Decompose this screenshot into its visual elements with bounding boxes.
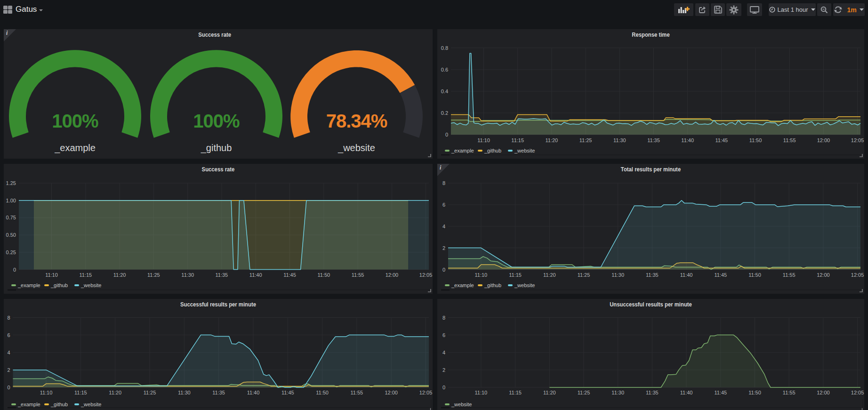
svg-text:_website: _website	[514, 148, 535, 153]
svg-text:4: 4	[442, 350, 445, 355]
svg-text:1.25: 1.25	[6, 180, 16, 186]
svg-text:11:15: 11:15	[511, 137, 524, 143]
svg-text:11:40: 11:40	[249, 272, 262, 278]
svg-text:11:25: 11:25	[144, 390, 156, 395]
svg-text:8: 8	[7, 315, 10, 321]
svg-text:11:55: 11:55	[351, 390, 363, 395]
svg-text:11:20: 11:20	[543, 272, 556, 278]
svg-text:11:10: 11:10	[40, 390, 53, 395]
svg-text:11:25: 11:25	[578, 390, 590, 395]
svg-text:6: 6	[442, 332, 445, 338]
svg-text:6: 6	[7, 332, 10, 338]
svg-text:78.34%: 78.34%	[326, 111, 387, 131]
svg-text:12:05: 12:05	[419, 272, 433, 278]
svg-text:4: 4	[442, 224, 445, 229]
svg-text:11:15: 11:15	[509, 272, 522, 278]
svg-text:11:35: 11:35	[216, 272, 228, 278]
svg-text:11:55: 11:55	[783, 390, 796, 395]
svg-text:11:55: 11:55	[783, 137, 796, 143]
svg-text:0: 0	[445, 132, 448, 137]
svg-text:11:50: 11:50	[748, 390, 761, 395]
svg-text:100%: 100%	[52, 111, 98, 131]
svg-text:12:00: 12:00	[385, 390, 398, 395]
svg-text:11:10: 11:10	[45, 272, 58, 278]
svg-text:11:10: 11:10	[475, 390, 488, 395]
svg-text:11:45: 11:45	[714, 390, 727, 395]
svg-text:11:25: 11:25	[147, 272, 160, 278]
svg-text:11:30: 11:30	[178, 390, 191, 395]
svg-text:0.25: 0.25	[6, 249, 16, 255]
svg-text:8: 8	[442, 180, 445, 186]
svg-text:0.4: 0.4	[441, 88, 448, 94]
svg-text:12:05: 12:05	[851, 390, 864, 395]
svg-text:12:05: 12:05	[851, 272, 864, 278]
svg-text:_example: _example	[451, 148, 474, 153]
svg-text:_website: _website	[80, 282, 101, 288]
svg-text:11:40: 11:40	[681, 137, 694, 143]
svg-text:11:25: 11:25	[579, 137, 592, 143]
svg-text:_github: _github	[50, 402, 68, 407]
svg-text:2: 2	[7, 367, 10, 373]
svg-text:11:25: 11:25	[578, 272, 590, 278]
svg-text:11:30: 11:30	[611, 390, 624, 395]
svg-text:_website: _website	[514, 282, 535, 288]
svg-text:0.6: 0.6	[441, 67, 448, 72]
svg-text:11:35: 11:35	[646, 272, 659, 278]
svg-text:_example: _example	[54, 143, 96, 153]
svg-text:0.8: 0.8	[441, 45, 448, 51]
svg-text:2: 2	[442, 245, 445, 251]
svg-text:11:45: 11:45	[283, 272, 296, 278]
svg-text:_github: _github	[201, 143, 232, 153]
svg-text:11:40: 11:40	[680, 390, 693, 395]
svg-text:0.2: 0.2	[441, 110, 448, 116]
svg-text:11:30: 11:30	[613, 137, 626, 143]
svg-text:11:55: 11:55	[352, 272, 364, 278]
svg-text:4: 4	[7, 350, 10, 355]
svg-text:12:00: 12:00	[817, 137, 830, 143]
svg-text:_website: _website	[451, 402, 472, 407]
svg-text:11:20: 11:20	[109, 390, 121, 395]
svg-text:11:20: 11:20	[543, 390, 556, 395]
svg-text:11:45: 11:45	[715, 137, 728, 143]
svg-text:11:35: 11:35	[646, 390, 659, 395]
svg-text:12:05: 12:05	[851, 137, 864, 143]
svg-text:11:50: 11:50	[748, 272, 761, 278]
svg-text:_github: _github	[484, 148, 501, 153]
svg-text:11:15: 11:15	[509, 390, 522, 395]
svg-text:_github: _github	[484, 282, 501, 288]
svg-text:12:05: 12:05	[419, 390, 433, 395]
svg-text:_example: _example	[17, 402, 40, 407]
svg-text:100%: 100%	[193, 111, 240, 131]
svg-text:_website: _website	[80, 402, 101, 407]
svg-text:0: 0	[442, 385, 445, 390]
svg-text:11:20: 11:20	[113, 272, 126, 278]
svg-text:12:00: 12:00	[817, 390, 830, 395]
svg-text:11:45: 11:45	[281, 390, 294, 395]
svg-text:0: 0	[13, 267, 16, 273]
svg-text:2: 2	[442, 367, 445, 373]
svg-text:11:50: 11:50	[316, 390, 329, 395]
svg-text:11:35: 11:35	[647, 137, 660, 143]
svg-text:8: 8	[442, 315, 445, 321]
svg-text:11:40: 11:40	[247, 390, 260, 395]
svg-text:11:20: 11:20	[546, 137, 558, 143]
svg-text:1.00: 1.00	[6, 198, 16, 203]
svg-text:_example: _example	[17, 282, 40, 288]
svg-text:6: 6	[442, 202, 445, 208]
svg-text:0.75: 0.75	[6, 215, 16, 220]
svg-text:_github: _github	[50, 282, 68, 288]
svg-text:0: 0	[442, 267, 445, 273]
svg-text:12:00: 12:00	[817, 272, 830, 278]
svg-text:_website: _website	[338, 143, 375, 153]
svg-text:12:00: 12:00	[386, 272, 399, 278]
svg-text:11:15: 11:15	[74, 390, 87, 395]
svg-text:0: 0	[7, 385, 10, 390]
svg-text:11:50: 11:50	[749, 137, 762, 143]
svg-text:11:10: 11:10	[475, 272, 488, 278]
svg-text:11:35: 11:35	[212, 390, 225, 395]
svg-text:11:10: 11:10	[477, 137, 490, 143]
svg-text:11:55: 11:55	[783, 272, 796, 278]
svg-text:_example: _example	[451, 282, 474, 288]
svg-text:11:40: 11:40	[680, 272, 693, 278]
svg-text:11:30: 11:30	[181, 272, 194, 278]
